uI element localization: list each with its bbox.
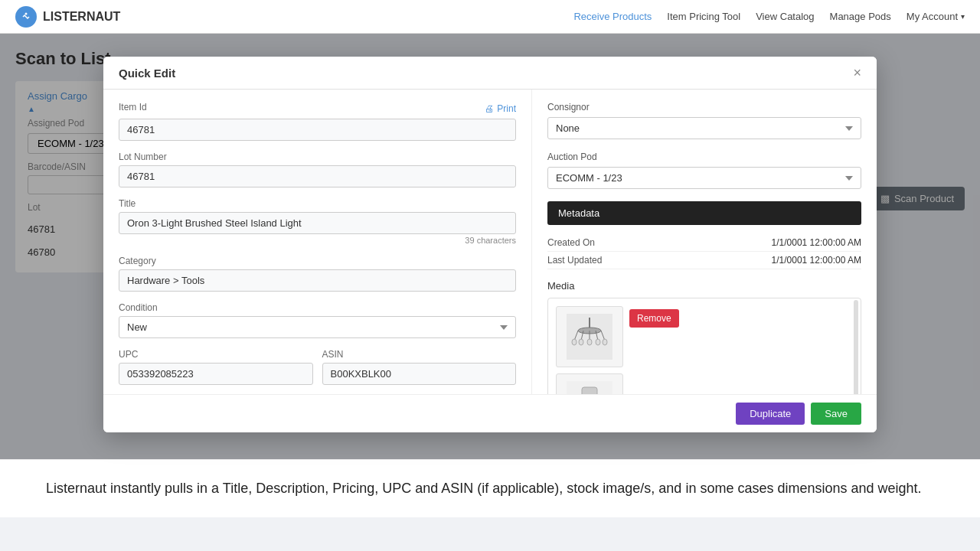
consignor-label: Consignor	[547, 102, 861, 112]
upc-group: UPC	[119, 349, 313, 385]
my-account-menu[interactable]: My Account ▾	[906, 11, 965, 22]
printer-icon: 🖨	[485, 103, 494, 114]
media-header: Media	[547, 280, 861, 292]
page-background: Scan to List Assign Cargo ▲ Assigned Pod…	[0, 34, 980, 459]
metadata-header: Metadata	[547, 201, 861, 225]
svg-point-1	[25, 12, 28, 15]
consignor-select[interactable]: None	[547, 117, 861, 139]
media-remove-button[interactable]: Remove	[629, 309, 679, 328]
category-group: Category	[119, 256, 516, 292]
brand-name: LISTERNAUT	[43, 10, 120, 24]
svg-point-14	[603, 339, 607, 345]
quick-edit-modal: Quick Edit × Item Id 🖨 Print	[103, 57, 877, 432]
condition-group: Condition New Used Refurbished For Parts	[119, 302, 516, 338]
modal-header: Quick Edit ×	[103, 57, 877, 90]
navbar: LISTERNAUT Receive Products Item Pricing…	[0, 0, 980, 34]
nav-manage-pods[interactable]: Manage Pods	[830, 11, 891, 22]
title-label: Title	[119, 198, 516, 209]
bottom-text-paragraph: Listernaut instantly pulls in a Title, D…	[46, 478, 934, 499]
item-id-group	[119, 119, 516, 141]
item-id-input[interactable]	[119, 119, 516, 141]
created-on-label: Created On	[547, 237, 595, 248]
brand-icon	[15, 6, 37, 28]
category-input[interactable]	[119, 269, 516, 292]
asin-group: ASIN	[322, 349, 517, 385]
auction-pod-group: Auction Pod ECOMM - 1/23	[547, 152, 861, 189]
auction-pod-label: Auction Pod	[547, 152, 861, 162]
nav-receive-products[interactable]: Receive Products	[573, 11, 652, 22]
brand: LISTERNAUT	[15, 6, 120, 28]
modal-left-column: Item Id 🖨 Print Lot Number	[103, 90, 532, 432]
media-thumb-1	[556, 306, 623, 367]
item-id-label: Item Id	[119, 102, 147, 112]
asin-input[interactable]	[322, 363, 517, 385]
nav-view-catalog[interactable]: View Catalog	[756, 11, 814, 22]
category-label: Category	[119, 256, 516, 266]
upc-label: UPC	[119, 349, 313, 360]
modal-overlay: Quick Edit × Item Id 🖨 Print	[0, 34, 980, 459]
upc-input[interactable]	[119, 363, 313, 385]
duplicate-button[interactable]: Duplicate	[736, 403, 805, 425]
bottom-description: Listernaut instantly pulls in a Title, D…	[0, 459, 980, 517]
save-button[interactable]: Save	[811, 403, 861, 425]
print-link[interactable]: 🖨 Print	[485, 103, 516, 114]
condition-label: Condition	[119, 302, 516, 313]
metadata-updated-row: Last Updated 1/1/0001 12:00:00 AM	[547, 252, 861, 269]
auction-pod-select[interactable]: ECOMM - 1/23	[547, 167, 861, 189]
media-grid: Remove	[556, 306, 853, 367]
svg-point-10	[572, 339, 577, 345]
title-input[interactable]	[119, 212, 516, 234]
asin-label: ASIN	[322, 349, 517, 360]
modal-footer: Duplicate Save	[103, 394, 877, 432]
nav-item-pricing-tool[interactable]: Item Pricing Tool	[667, 11, 740, 22]
consignor-group: Consignor None	[547, 102, 861, 139]
modal-close-button[interactable]: ×	[853, 66, 861, 80]
print-label: Print	[497, 103, 516, 114]
modal-right-column: Consignor None Auction Pod ECOMM - 1/23 …	[532, 90, 877, 432]
upc-asin-row: UPC ASIN	[119, 349, 516, 396]
my-account-label: My Account	[906, 11, 958, 22]
title-group: Title 39 characters	[119, 198, 516, 245]
lot-number-input[interactable]	[119, 165, 516, 187]
item-id-row: Item Id 🖨 Print	[119, 102, 516, 116]
metadata-created-row: Created On 1/1/0001 12:00:00 AM	[547, 234, 861, 252]
last-updated-value: 1/1/0001 12:00:00 AM	[772, 255, 861, 266]
nav-links: Receive Products Item Pricing Tool View …	[573, 11, 965, 22]
last-updated-label: Last Updated	[547, 255, 602, 266]
modal-body: Item Id 🖨 Print Lot Number	[103, 90, 877, 432]
lot-number-label: Lot Number	[119, 152, 516, 162]
modal-title: Quick Edit	[119, 67, 175, 80]
svg-point-12	[587, 339, 592, 345]
lot-number-group: Lot Number	[119, 152, 516, 187]
svg-point-11	[579, 339, 583, 345]
char-count: 39 characters	[119, 236, 516, 245]
chevron-down-icon: ▾	[961, 12, 965, 21]
svg-point-13	[596, 339, 600, 345]
created-on-value: 1/1/0001 12:00:00 AM	[772, 237, 861, 248]
condition-select[interactable]: New Used Refurbished For Parts	[119, 316, 516, 338]
